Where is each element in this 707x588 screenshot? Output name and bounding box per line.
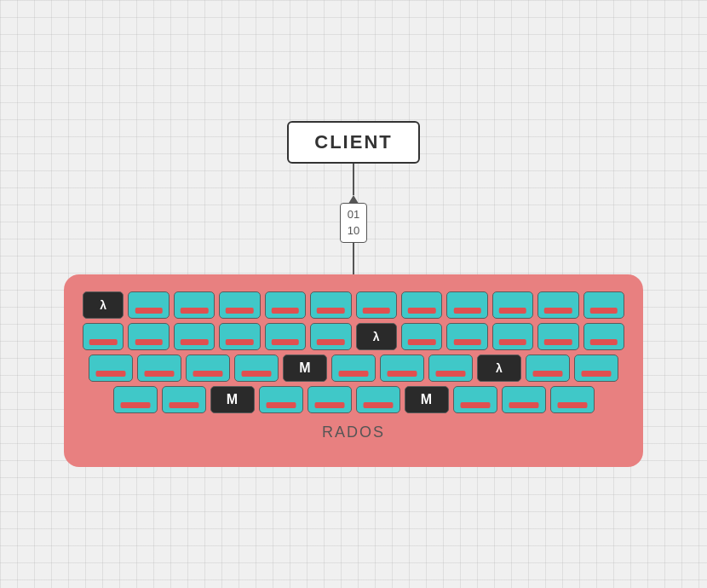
- key-r2-5: [265, 323, 306, 350]
- key-r2-10: [492, 323, 533, 350]
- diagram-container: CLIENT 01 10 λ: [55, 121, 652, 467]
- key-r4-5: [308, 386, 352, 413]
- m-key-row4-right: M: [405, 386, 449, 413]
- lambda-key-row2: λ: [356, 323, 397, 350]
- key-r3-10: [526, 355, 570, 382]
- key-r2-12: [583, 323, 624, 350]
- key-r1-11: [583, 291, 624, 319]
- keyboard-row-2: λ: [83, 323, 624, 350]
- lambda-key-row3: λ: [477, 355, 521, 382]
- key-r3-2: [137, 355, 181, 382]
- key-r1-7: [401, 291, 442, 319]
- key-r4-10: [550, 386, 595, 413]
- keyboard-grid: λ λ: [83, 291, 624, 413]
- key-r1-3: [219, 291, 260, 319]
- m-key-row4-left: M: [210, 386, 255, 413]
- key-r3-8: [428, 355, 473, 382]
- rados-label: RADOS: [83, 424, 624, 441]
- data-line2: 10: [348, 223, 359, 239]
- key-r3-11: [574, 355, 618, 382]
- arrow-line-top: [353, 164, 354, 195]
- key-r2-8: [401, 323, 442, 350]
- client-box: CLIENT: [287, 121, 419, 164]
- key-r2-11: [537, 323, 578, 350]
- key-r4-8: [453, 386, 497, 413]
- key-r2-4: [219, 323, 260, 350]
- key-r3-7: [380, 355, 424, 382]
- key-r3-4: [234, 355, 279, 382]
- key-r4-9: [502, 386, 546, 413]
- keyboard-row-1: λ: [83, 291, 624, 319]
- key-r1-1: [128, 291, 169, 319]
- data-line1: 01: [348, 207, 359, 222]
- m-key-row3: M: [283, 355, 327, 382]
- key-r1-10: [537, 291, 578, 319]
- data-packet-box: 01 10: [340, 203, 367, 242]
- key-r2-2: [128, 323, 169, 350]
- rados-container: λ λ: [64, 274, 643, 467]
- key-r1-8: [446, 291, 487, 319]
- key-r4-4: [259, 386, 303, 413]
- key-r2-6: [310, 323, 351, 350]
- arrow-section: 01 10: [340, 164, 367, 274]
- key-r4-1: [113, 386, 158, 413]
- key-r1-5: [310, 291, 351, 319]
- key-r3-6: [331, 355, 376, 382]
- key-r1-4: [265, 291, 306, 319]
- arrow-line-bottom: [353, 243, 354, 274]
- lambda-key-row1: λ: [83, 291, 124, 319]
- key-r2-3: [174, 323, 215, 350]
- key-r1-6: [356, 291, 397, 319]
- key-r1-9: [492, 291, 533, 319]
- key-r2-1: [83, 323, 124, 350]
- keyboard-row-3: M λ: [83, 355, 624, 382]
- key-r4-2: [162, 386, 206, 413]
- keyboard-row-4: M M: [83, 386, 624, 413]
- key-r2-9: [446, 323, 487, 350]
- key-r3-1: [89, 355, 133, 382]
- key-r1-2: [174, 291, 215, 319]
- key-r3-3: [186, 355, 230, 382]
- key-r4-6: [356, 386, 400, 413]
